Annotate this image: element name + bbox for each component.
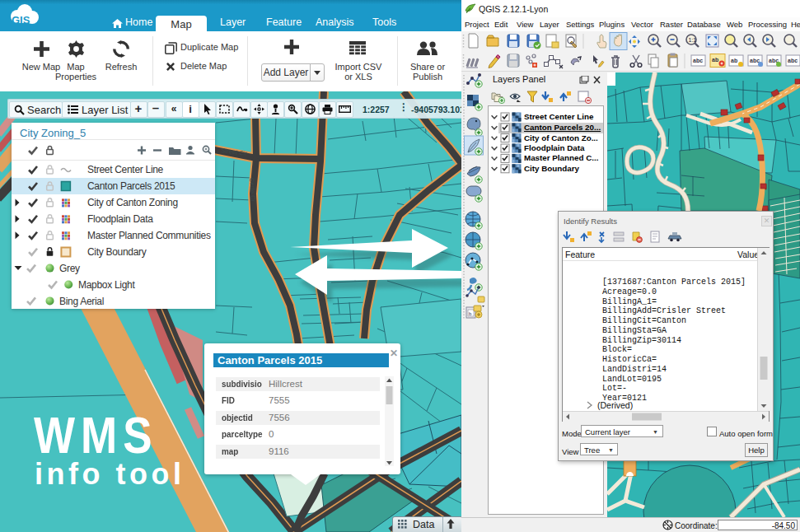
svg-text:1:1: 1:1 — [689, 37, 697, 43]
svg-text:abc: abc — [693, 58, 703, 63]
svg-text:ab: ab — [712, 57, 718, 63]
svg-text:abc: abc — [750, 58, 760, 63]
svg-text:ab: ab — [731, 58, 737, 63]
svg-text:abc: abc — [788, 58, 798, 63]
svg-text:GIS: GIS — [12, 14, 30, 26]
